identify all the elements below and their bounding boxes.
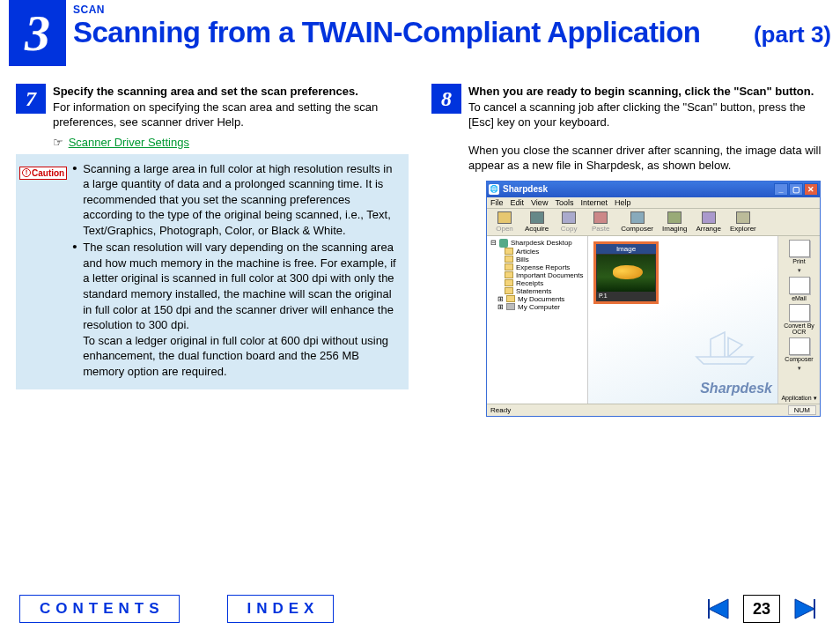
acquire-icon (530, 211, 544, 224)
chevron-down-icon[interactable]: ▾ (798, 365, 801, 372)
contents-button[interactable]: CONTENTS (19, 595, 180, 623)
toolbar-explorer[interactable]: Explorer (726, 211, 760, 233)
folder-icon (505, 279, 513, 286)
folder-icon (505, 271, 513, 278)
prev-page-button[interactable] (703, 596, 734, 622)
menu-help[interactable]: Help (615, 198, 631, 207)
arrange-icon (702, 211, 716, 224)
minimize-button[interactable]: _ (774, 183, 788, 196)
caution-box: ! Caution Scanning a large area in full … (16, 154, 409, 390)
svg-marker-0 (709, 599, 728, 619)
window-controls: _ ▢ ✕ (774, 183, 818, 196)
folder-icon (506, 295, 515, 302)
arrow-left-icon (705, 597, 732, 620)
folder-icon (505, 256, 513, 263)
menu-edit[interactable]: Edit (511, 198, 525, 207)
exclamation-icon: ! (22, 168, 31, 177)
chevron-down-icon[interactable]: ▾ (798, 267, 801, 274)
computer-icon (506, 303, 515, 310)
dock-application-label: Application ▾ (781, 395, 816, 404)
tree-folder[interactable]: Receipts (489, 279, 586, 287)
step-title: When you are ready to begin scanning, cl… (468, 85, 814, 98)
step-description: To cancel a scanning job after clicking … (468, 100, 806, 130)
thumbnail-canvas: Image P.1 Sharpdesk (588, 236, 777, 404)
status-num: NUM (788, 405, 816, 415)
app-icon: 🌐 (489, 184, 499, 195)
scanner-driver-settings-link[interactable]: Scanner Driver Settings (69, 136, 189, 149)
status-ready: Ready (490, 406, 511, 414)
menu-file[interactable]: File (490, 198, 504, 207)
toolbar-open[interactable]: Open (490, 211, 519, 233)
menu-internet[interactable]: Internet (580, 198, 608, 207)
menu-tools[interactable]: Tools (555, 198, 573, 207)
desktop-icon (499, 239, 508, 248)
chapter-badge: 3 (9, 0, 66, 66)
print-icon (789, 240, 810, 257)
arrow-right-icon (792, 597, 818, 620)
caution-bullet-1: Scanning a large area in full color at h… (72, 161, 400, 239)
step-7: 7 Specify the scanning area and set the … (16, 84, 409, 130)
next-page-button[interactable] (789, 596, 821, 622)
toolbar-imaging[interactable]: Imaging (659, 211, 690, 233)
ship-watermark-icon (689, 324, 760, 368)
chevron-down-icon[interactable]: ▾ (814, 395, 817, 401)
step-title: Specify the scanning area and set the sc… (53, 85, 358, 98)
close-button[interactable]: ✕ (804, 183, 818, 196)
caution-bullets: Scanning a large area in full color at h… (72, 161, 400, 382)
tree-folder[interactable]: Bills (489, 256, 586, 263)
paste-icon (593, 211, 608, 224)
toolbar-composer[interactable]: Composer (617, 211, 657, 233)
tree-folder[interactable]: Expense Reports (489, 263, 586, 271)
dock-composer[interactable]: Composer (783, 337, 816, 362)
toolbar-paste[interactable]: Paste (586, 211, 615, 233)
composer-icon (630, 211, 645, 224)
menubar: File Edit View Tools Internet Help (487, 197, 820, 209)
output-zone: Print ▾ eMail Convert By OCR Composer ▾ … (777, 236, 820, 404)
maximize-button[interactable]: ▢ (789, 183, 803, 196)
breadcrumb: SCAN (73, 4, 831, 16)
tree-my-computer[interactable]: ⊞ My Computer (489, 303, 586, 311)
caution-tag: ! Caution (19, 167, 67, 180)
step-8: 8 When you are ready to begin scanning, … (431, 84, 824, 174)
dock-ocr[interactable]: Convert By OCR (783, 304, 816, 335)
sharpdesk-window: 🌐 Sharpdesk _ ▢ ✕ File Edit View Tools I… (486, 181, 821, 417)
toolbar: Open Acquire Copy Paste Composer Imaging… (487, 209, 820, 236)
toolbar-arrange[interactable]: Arrange (693, 211, 725, 233)
tree-folder[interactable]: Articles (489, 248, 586, 256)
copy-icon (562, 211, 576, 224)
open-icon (497, 211, 512, 224)
menu-view[interactable]: View (531, 198, 548, 207)
tree-folder[interactable]: Statements (489, 287, 586, 295)
email-icon (789, 277, 810, 294)
caution-label: Caution (32, 168, 64, 178)
window-titlebar: 🌐 Sharpdesk _ ▢ ✕ (487, 182, 820, 197)
toolbar-acquire[interactable]: Acquire (521, 211, 552, 233)
index-button[interactable]: INDEX (227, 595, 335, 623)
statusbar: Ready NUM (487, 404, 820, 416)
app-body: ⊟ Sharpdesk Desktop Articles Bills Expen… (487, 236, 820, 404)
tree-folder[interactable]: Important Documents (489, 271, 586, 279)
svg-marker-2 (795, 599, 814, 619)
imaging-icon (667, 211, 682, 224)
reference-link-row: ☞ Scanner Driver Settings (53, 136, 409, 149)
fish-icon (613, 265, 643, 279)
ocr-icon (789, 304, 810, 322)
composer-dock-icon (789, 337, 810, 355)
sharpdesk-watermark: Sharpdesk (700, 381, 772, 397)
thumbnail-title: Image (596, 244, 656, 254)
dock-email[interactable]: eMail (783, 277, 816, 301)
tree-root[interactable]: ⊟ Sharpdesk Desktop (489, 239, 586, 248)
step-number-badge: 8 (431, 84, 461, 114)
dock-print[interactable]: Print (783, 240, 816, 264)
page-header: 3 SCAN Scanning from a TWAIN-Compliant A… (0, 0, 840, 75)
thumbnail-page-count: P.1 (596, 293, 656, 299)
left-column: 7 Specify the scanning area and set the … (16, 84, 409, 417)
step-number-badge: 7 (16, 84, 46, 114)
folder-icon (505, 248, 513, 255)
scanned-image-thumbnail[interactable]: Image P.1 (593, 241, 659, 304)
toolbar-copy[interactable]: Copy (554, 211, 584, 233)
header-text: SCAN Scanning from a TWAIN-Compliant App… (73, 0, 831, 49)
tree-my-documents[interactable]: ⊞ My Documents (489, 295, 586, 303)
caution-bullet-2: The scan resolution will vary depending … (72, 240, 400, 379)
folder-icon (505, 263, 513, 271)
